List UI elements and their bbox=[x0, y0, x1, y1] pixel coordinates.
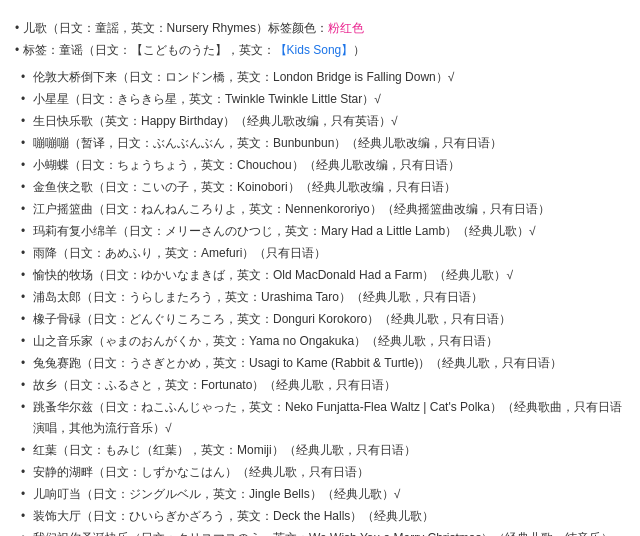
song-item: 安静的湖畔（日文：しずかなこはん）（经典儿歌，只有日语） bbox=[15, 462, 625, 483]
meta-text-1: 儿歌（日文：童謡，英文：Nursery Rhymes）标签颜色： bbox=[23, 21, 328, 35]
song-item: 装饰大厅（日文：ひいらぎかざろう，英文：Deck the Halls）（经典儿歌… bbox=[15, 506, 625, 527]
meta-text-2: 标签：童谣（日文：【こどものうた】，英文： bbox=[23, 43, 275, 57]
song-item: 橡子骨碌（日文：どんぐりころころ，英文：Donguri Korokoro）（经典… bbox=[15, 309, 625, 330]
song-list: 伦敦大桥倒下来（日文：ロンドン橋，英文：London Bridge is Fal… bbox=[15, 67, 625, 536]
song-item: 伦敦大桥倒下来（日文：ロンドン橋，英文：London Bridge is Fal… bbox=[15, 67, 625, 88]
meta-item-1: 儿歌（日文：童謡，英文：Nursery Rhymes）标签颜色：粉红色 bbox=[15, 18, 625, 38]
song-item: 江户摇篮曲（日文：ねんねんころりよ，英文：Nennenkororiyo）（经典摇… bbox=[15, 199, 625, 220]
song-item: 浦岛太郎（日文：うらしまたろう，英文：Urashima Taro）（经典儿歌，只… bbox=[15, 287, 625, 308]
song-item: 玛莉有复小绵羊（日文：メリーさんのひつじ，英文：Mary Had a Littl… bbox=[15, 221, 625, 242]
song-item: 山之音乐家（ゃまのおんがくか，英文：Yama no Ongakuka）（经典儿歌… bbox=[15, 331, 625, 352]
song-item: 跳蚤华尔兹（日文：ねこふんじゃった，英文：Neko Funjatta-Flea … bbox=[15, 397, 625, 439]
song-item: 儿响叮当（日文：ジングルベル，英文：Jingle Bells）（经典儿歌）√ bbox=[15, 484, 625, 505]
song-item: 红葉（日文：もみじ（红葉），英文：Momiji）（经典儿歌，只有日语） bbox=[15, 440, 625, 461]
song-item: 兔兔赛跑（日文：うさぎとかめ，英文：Usagi to Kame (Rabbit … bbox=[15, 353, 625, 374]
song-item: 小星星（日文：きらきら星，英文：Twinkle Twinkle Little S… bbox=[15, 89, 625, 110]
song-item: 生日快乐歌（英文：Happy Birthday）（经典儿歌改编，只有英语）√ bbox=[15, 111, 625, 132]
song-item: 故乡（日文：ふるさと，英文：Fortunato）（经典儿歌，只有日语） bbox=[15, 375, 625, 396]
song-item: 雨降（日文：あめふり，英文：Amefuri）（只有日语） bbox=[15, 243, 625, 264]
meta-item-2: 标签：童谣（日文：【こどものうた】，英文：【Kids Song】） bbox=[15, 40, 625, 60]
song-item: 我们祝你圣诞快乐（日文：クリスマスのう，英文：We Wish You a Mer… bbox=[15, 528, 625, 536]
song-item: 嘣嘣嘣（暂译，日文：ぶんぶんぶん，英文：Bunbunbun）（经典儿歌改编，只有… bbox=[15, 133, 625, 154]
meta-section: 儿歌（日文：童謡，英文：Nursery Rhymes）标签颜色：粉红色 标签：童… bbox=[15, 18, 625, 61]
tag-pink: 粉红色 bbox=[328, 21, 364, 35]
song-item: 金鱼侠之歌（日文：こいの子，英文：Koinobori）（经典儿歌改编，只有日语） bbox=[15, 177, 625, 198]
song-item: 小蝴蝶（日文：ちょうちょう，英文：Chouchou）（经典儿歌改编，只有日语） bbox=[15, 155, 625, 176]
song-item: 愉快的牧场（日文：ゆかいなまきば，英文：Old MacDonald Had a … bbox=[15, 265, 625, 286]
tag-blue: 【Kids Song】 bbox=[275, 43, 354, 57]
meta-suffix-2: ） bbox=[353, 43, 365, 57]
